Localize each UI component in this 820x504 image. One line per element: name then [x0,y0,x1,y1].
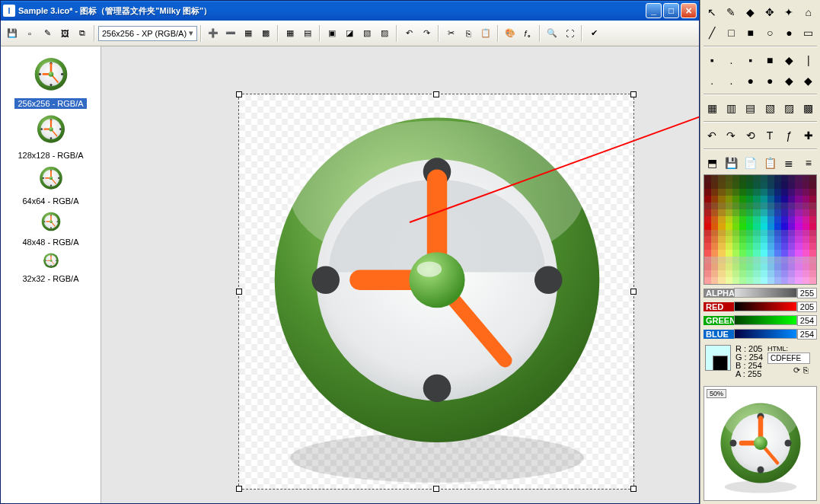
color-swatch[interactable] [767,263,774,270]
color-swatch[interactable] [809,196,816,203]
color-palette[interactable] [704,174,817,285]
color-swatch[interactable] [781,243,788,250]
color-swatch[interactable] [809,243,816,250]
color-swatch[interactable] [774,182,781,189]
color-swatch[interactable] [761,203,767,209]
color-swatch[interactable] [802,203,809,209]
color-swatch[interactable] [781,216,788,223]
color-swatch[interactable] [767,196,774,203]
color-swatch[interactable] [781,203,788,209]
color-swatch[interactable] [795,189,802,196]
color-swatch[interactable] [781,189,788,196]
gradient-button[interactable]: ▦ [704,100,719,116]
transform-button[interactable]: ✚ [801,128,816,143]
blue-track[interactable] [734,329,797,339]
color-swatch[interactable] [704,250,711,257]
color-swatch[interactable] [753,243,760,250]
color-swatch[interactable] [732,223,739,230]
color-swatch[interactable] [718,175,725,182]
color-swatch[interactable] [767,189,774,196]
paste-icon[interactable]: 📋 [477,25,494,42]
green-value[interactable]: 254 [797,315,817,326]
color-swatch[interactable] [788,216,795,223]
brush-size-button[interactable]: | [801,53,816,68]
color-swatch[interactable] [726,230,732,237]
color-swatch[interactable] [795,270,802,277]
color-swatch[interactable] [739,236,746,243]
blue-value[interactable]: 254 [797,329,817,340]
color-swatch[interactable] [711,263,718,270]
gradient-button[interactable]: ▧ [762,100,777,116]
color-swatch[interactable] [767,277,774,284]
color-swatch[interactable] [753,230,760,237]
color-swatch[interactable] [711,243,718,250]
brush-shape-button[interactable]: ● [743,73,758,88]
color-swatch[interactable] [774,250,781,257]
color-swatch[interactable] [795,263,802,270]
brush-shape-button[interactable]: ◆ [801,73,816,88]
color-swatch[interactable] [704,277,711,284]
copy-format-icon[interactable]: ⧉ [74,25,91,42]
transform-button[interactable]: ⟲ [743,128,758,143]
color-swatch[interactable] [739,250,746,257]
selection-handle[interactable] [630,91,637,97]
color-swatch[interactable] [718,257,725,263]
color-swatch[interactable] [726,263,732,270]
color-swatch[interactable] [767,182,774,189]
color-swatch[interactable] [767,270,774,277]
color-swatch[interactable] [767,236,774,243]
color-swatch[interactable] [704,196,711,203]
color-swatch[interactable] [732,230,739,237]
color-swatch[interactable] [767,203,774,209]
alpha-track[interactable] [734,288,797,298]
color-swatch[interactable] [718,203,725,209]
color-swatch[interactable] [704,230,711,237]
transform-button[interactable]: ƒ [781,128,796,143]
color-swatch[interactable] [809,216,816,223]
gradient-button[interactable]: ▤ [743,100,758,116]
tool-button[interactable]: ◆ [743,5,758,20]
color-swatch[interactable] [732,270,739,277]
color-swatch[interactable] [711,189,718,196]
color-swatch[interactable] [753,263,760,270]
color-swatch[interactable] [753,216,760,223]
color-swatch[interactable] [746,196,753,203]
color-swatch[interactable] [795,216,802,223]
color-swatch[interactable] [774,257,781,263]
color-swatch[interactable] [704,263,711,270]
color-swatch[interactable] [711,250,718,257]
color-swatch[interactable] [802,230,809,237]
color-swatch[interactable] [761,196,767,203]
color-swatch[interactable] [809,257,816,263]
color-swatch[interactable] [761,182,767,189]
color-swatch[interactable] [774,216,781,223]
palette-op-button[interactable]: ≡ [801,155,816,171]
brush-shape-button[interactable]: ◆ [781,73,796,88]
color-swatch[interactable] [795,250,802,257]
color-swatch[interactable] [718,230,725,237]
selection-handle[interactable] [236,91,242,97]
color-swatch[interactable] [711,216,718,223]
color-swatch[interactable] [781,250,788,257]
alpha-slider[interactable]: ALPHA 255 [704,287,817,298]
color-swatch[interactable] [788,203,795,209]
color-swatch[interactable] [809,203,816,209]
color-swatch[interactable] [739,189,746,196]
selection-handle[interactable] [236,486,242,492]
color-swatch[interactable] [753,236,760,243]
color-swatch[interactable] [739,209,746,216]
color-swatch[interactable] [781,277,788,284]
color-swatch[interactable] [718,216,725,223]
color-swatch[interactable] [746,250,753,257]
sync-color-icon[interactable]: ⟳ [793,365,800,375]
color-swatch[interactable] [774,243,781,250]
color-swatch[interactable] [802,182,809,189]
gradient-button[interactable]: ▨ [781,100,796,116]
shape-tool-button[interactable]: □ [723,25,739,40]
shape-tool-button[interactable]: ■ [743,25,758,40]
color-swatch[interactable] [711,175,718,182]
color-swatch[interactable] [726,196,732,203]
color-swatch[interactable] [761,263,767,270]
red-value[interactable]: 205 [797,301,817,312]
color-swatch[interactable] [739,216,746,223]
